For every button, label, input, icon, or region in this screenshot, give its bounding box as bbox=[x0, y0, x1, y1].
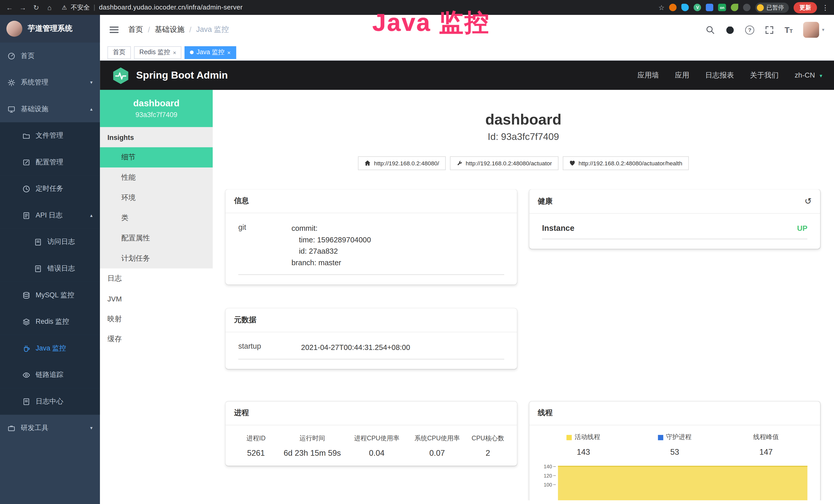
paused-badge[interactable]: 已暂停 bbox=[755, 2, 789, 12]
insights-group: Insights 细节 性能 环境 类 配置属性 计划任务 bbox=[100, 127, 213, 269]
sidebar-item-infra[interactable]: 基础设施 ▴ bbox=[0, 96, 100, 122]
sidebar-item-config[interactable]: 配置管理 bbox=[0, 149, 100, 176]
threads-card-title: 线程 bbox=[529, 401, 820, 425]
sba-nav-wallboard[interactable]: 应用墙 bbox=[637, 70, 659, 80]
metadata-card-title: 元数据 bbox=[225, 308, 517, 332]
sidebar-item-mysql[interactable]: MySQL 监控 bbox=[0, 282, 100, 308]
sba-nav-about[interactable]: 关于我们 bbox=[750, 70, 779, 80]
search-icon[interactable] bbox=[706, 25, 715, 34]
address-bar[interactable]: ⚠ 不安全 | dashboard.yudao.iocoder.cn/infra… bbox=[62, 3, 243, 12]
sba-menu-metrics[interactable]: 性能 bbox=[100, 167, 213, 188]
font-size-icon[interactable]: TT bbox=[785, 25, 793, 34]
browser-actions: ☆ V on 已暂停 更新 ⋮ bbox=[658, 2, 829, 13]
tags-view: 首页 Redis 监控 × Java 监控 × bbox=[100, 45, 834, 61]
tab-home[interactable]: 首页 bbox=[107, 46, 131, 59]
sidebar-item-home[interactable]: 首页 bbox=[0, 43, 100, 69]
sba-menu-configprops[interactable]: 配置属性 bbox=[100, 228, 213, 248]
breadcrumb-home[interactable]: 首页 bbox=[128, 25, 143, 35]
chevron-down-icon: ▾ bbox=[90, 80, 92, 85]
extension-grid-icon[interactable] bbox=[706, 4, 714, 11]
sba-menu-caches[interactable]: 缓存 bbox=[100, 329, 213, 349]
extension-paw-icon[interactable] bbox=[743, 4, 750, 11]
user-avatar[interactable]: ▾ bbox=[804, 22, 825, 38]
database-icon bbox=[22, 291, 30, 299]
breadcrumb-current: Java 监控 bbox=[196, 25, 229, 35]
chart-plot-area bbox=[557, 464, 812, 500]
sba-brand[interactable]: Spring Boot Admin bbox=[136, 69, 228, 81]
actuator-url-link[interactable]: http://192.168.0.2:48080/actuator bbox=[450, 156, 558, 170]
sba-logo-icon[interactable] bbox=[112, 66, 130, 84]
github-icon[interactable] bbox=[726, 25, 734, 34]
avatar bbox=[804, 22, 819, 38]
tab-java[interactable]: Java 监控 × bbox=[185, 46, 236, 59]
sidebar-item-redis[interactable]: Redis 监控 bbox=[0, 308, 100, 335]
legend-swatch-daemon bbox=[658, 435, 663, 440]
sba-menu-classes[interactable]: 类 bbox=[100, 208, 213, 228]
sba-locale-select[interactable]: zh-CN ▾ bbox=[795, 71, 822, 79]
extension-icon[interactable] bbox=[670, 4, 677, 11]
sidebar-item-access-log[interactable]: 访问日志 bbox=[0, 229, 100, 255]
menu-kebab-icon[interactable]: ⋮ bbox=[822, 3, 829, 11]
close-icon[interactable]: × bbox=[227, 49, 231, 56]
refresh-icon[interactable]: ↻ bbox=[32, 3, 40, 11]
sba-nav-journal[interactable]: 日志报表 bbox=[705, 70, 734, 80]
logo[interactable]: 芋道管理系统 bbox=[0, 15, 100, 43]
bookmark-star-icon[interactable]: ☆ bbox=[658, 3, 664, 11]
vue-devtools-icon[interactable]: V bbox=[694, 4, 701, 11]
info-card-title: 信息 bbox=[225, 189, 517, 213]
sba-menu-environment[interactable]: 环境 bbox=[100, 188, 213, 208]
page-title: dashboard bbox=[213, 111, 834, 128]
wrench-icon bbox=[456, 160, 463, 166]
gear-icon bbox=[7, 78, 16, 86]
metadata-row-startup: startup 2021-04-27T00:44:31.254+08:00 bbox=[238, 342, 504, 360]
sba-nav-applications[interactable]: 应用 bbox=[675, 70, 689, 80]
sidebar-item-system[interactable]: 系统管理 ▾ bbox=[0, 69, 100, 96]
extension-icon[interactable] bbox=[682, 4, 689, 11]
instance-header[interactable]: dashboard 93a3fc7f7409 bbox=[100, 90, 213, 127]
caret-down-icon: ▾ bbox=[822, 27, 824, 32]
sidebar-item-trace[interactable]: 链路追踪 bbox=[0, 362, 100, 388]
help-icon[interactable]: ? bbox=[745, 25, 754, 34]
back-icon[interactable]: ← bbox=[5, 3, 14, 11]
document-icon bbox=[34, 238, 42, 246]
sba-menu-scheduled[interactable]: 计划任务 bbox=[100, 248, 213, 269]
health-card-title: 健康 bbox=[538, 197, 553, 206]
health-url-link[interactable]: http://192.168.0.2:48080/actuator/health bbox=[563, 156, 688, 170]
sidebar-item-error-log[interactable]: 错误日志 bbox=[0, 255, 100, 282]
sidebar-item-job[interactable]: 定时任务 bbox=[0, 175, 100, 202]
sba-menu-jvm[interactable]: JVM bbox=[100, 289, 213, 309]
toolbox-icon bbox=[7, 424, 16, 432]
topbar: 首页 / 基础设施 / Java 监控 ? TT ▾ bbox=[100, 15, 834, 45]
sidebar-item-java[interactable]: Java 监控 bbox=[0, 335, 100, 362]
topbar-actions: ? TT ▾ bbox=[706, 22, 824, 38]
forward-icon[interactable]: → bbox=[19, 3, 27, 11]
switch-on-icon[interactable]: on bbox=[718, 4, 726, 11]
health-card: 健康 ↺ Instance UP bbox=[529, 189, 820, 249]
sidebar-item-api-log[interactable]: API 日志 ▴ bbox=[0, 202, 100, 229]
extension-leaf-icon[interactable] bbox=[731, 4, 738, 11]
hamburger-icon[interactable] bbox=[110, 27, 119, 33]
sidebar-item-file[interactable]: 文件管理 bbox=[0, 122, 100, 149]
eye-icon bbox=[22, 371, 30, 379]
history-icon[interactable]: ↺ bbox=[805, 196, 812, 206]
sba-menu-mappings[interactable]: 映射 bbox=[100, 309, 213, 329]
sidebar-item-devtools[interactable]: 研发工具 ▾ bbox=[0, 415, 100, 441]
service-url-link[interactable]: http://192.168.0.2:48080/ bbox=[358, 156, 445, 170]
sba-menu-details[interactable]: 细节 bbox=[100, 147, 213, 168]
chevron-up-icon: ▴ bbox=[90, 212, 92, 218]
fullscreen-icon[interactable] bbox=[765, 25, 774, 34]
update-button[interactable]: 更新 bbox=[794, 2, 817, 13]
close-icon[interactable]: × bbox=[173, 49, 176, 56]
chevron-down-icon: ▾ bbox=[90, 426, 92, 431]
breadcrumb-infra[interactable]: 基础设施 bbox=[155, 25, 184, 35]
tab-redis[interactable]: Redis 监控 × bbox=[134, 46, 182, 59]
home-icon[interactable]: ⌂ bbox=[45, 3, 54, 11]
clock-icon bbox=[22, 185, 30, 193]
instance-links: http://192.168.0.2:48080/ http://192.168… bbox=[213, 156, 834, 170]
sba-menu-logs[interactable]: 日志 bbox=[100, 269, 213, 289]
process-card: 进程 进程ID 运行时间 进程CPU使用率 系统CPU使用率 CPU核心数 bbox=[225, 401, 517, 466]
sidebar-item-log-center[interactable]: 日志中心 bbox=[0, 388, 100, 415]
cards-grid: 信息 git commit: time: 1596289704000 id: 2… bbox=[213, 189, 834, 500]
sidebar-menu: 首页 系统管理 ▾ 基础设施 ▴ 文件管理 配置 bbox=[0, 43, 100, 504]
chevron-up-icon: ▴ bbox=[90, 106, 92, 112]
